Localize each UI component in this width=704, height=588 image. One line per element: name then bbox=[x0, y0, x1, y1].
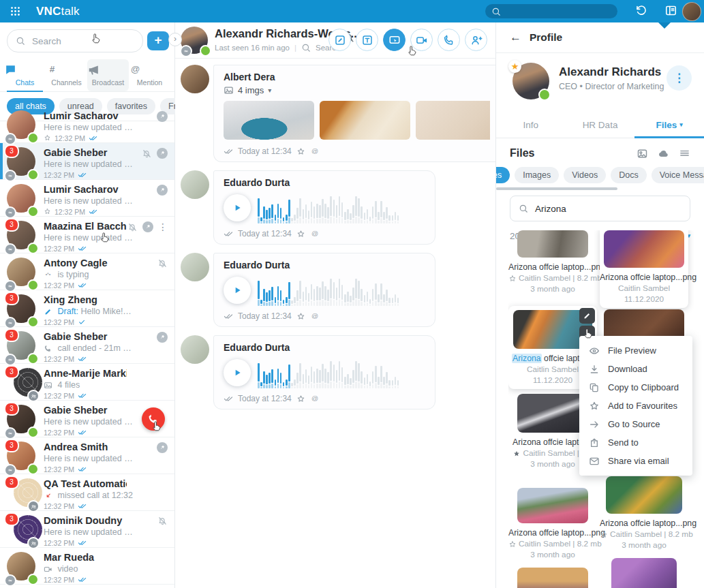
chat-list-item[interactable]: Lumir Sacharov Here is new updated files… bbox=[0, 180, 174, 217]
menu-item-add-to-favourites[interactable]: Add to Favourites bbox=[579, 397, 692, 415]
file-thumbnail[interactable] bbox=[517, 488, 588, 523]
file-chip-docs[interactable]: Docs bbox=[611, 167, 646, 183]
add-user-button[interactable] bbox=[465, 29, 487, 51]
app-grid-icon[interactable] bbox=[10, 5, 21, 17]
star-icon[interactable] bbox=[296, 147, 305, 156]
mention-icon[interactable]: @ bbox=[310, 394, 320, 403]
audio-call-button[interactable] bbox=[438, 29, 460, 51]
screen-share-button[interactable] bbox=[383, 29, 405, 51]
chat-list-item[interactable]: 3 Maazina El Bacchus Here is new updated… bbox=[0, 217, 174, 253]
cloud-icon[interactable] bbox=[658, 148, 669, 159]
user-avatar[interactable] bbox=[682, 2, 701, 21]
tab-broadcast[interactable]: Broadcast bbox=[87, 59, 129, 91]
file-card[interactable]: Arizona offcie laptop...png Caitlin Samb… bbox=[600, 230, 688, 308]
chat-list-item[interactable]: 3 Gabie Sheber Here is new updated files… bbox=[0, 401, 174, 437]
star-icon[interactable] bbox=[600, 531, 608, 539]
back-arrow-icon[interactable]: ← bbox=[510, 31, 521, 44]
file-card[interactable]: Arizona offcie laptop...png Caitlin Samb… bbox=[508, 230, 597, 294]
play-button[interactable] bbox=[224, 277, 251, 304]
chat-list-item[interactable]: 3 Gabie Sheber Here is new updated files… bbox=[0, 143, 174, 180]
sidebar-search-box[interactable] bbox=[7, 29, 143, 52]
global-search-input[interactable] bbox=[485, 4, 617, 18]
avatar[interactable] bbox=[181, 65, 209, 93]
file-card[interactable] bbox=[508, 568, 597, 588]
play-button[interactable] bbox=[224, 194, 251, 221]
mention-icon[interactable]: @ bbox=[310, 311, 320, 321]
conversation-avatar[interactable] bbox=[181, 27, 208, 54]
gallery-icon[interactable] bbox=[637, 148, 648, 159]
history-icon[interactable] bbox=[634, 4, 647, 17]
tab-files[interactable]: Files▾ bbox=[634, 114, 704, 138]
files-search-box[interactable]: Arizona bbox=[510, 196, 690, 221]
menu-item-copy-to-clipboard[interactable]: Copy to Clipboard bbox=[579, 378, 692, 397]
avatar[interactable] bbox=[181, 170, 209, 199]
profile-more-button[interactable]: ⋮ bbox=[667, 65, 692, 91]
star-icon[interactable] bbox=[296, 230, 305, 238]
more-options-icon[interactable]: ⋮ bbox=[158, 221, 168, 232]
file-thumbnail[interactable] bbox=[606, 476, 682, 514]
tab-chats[interactable]: Chats bbox=[4, 59, 46, 91]
star-icon[interactable] bbox=[296, 312, 305, 321]
audio-waveform[interactable] bbox=[258, 275, 399, 306]
tab-label: Mention bbox=[137, 78, 162, 87]
chat-list-item[interactable]: 3 QA Test Automation missed call at 12:3… bbox=[0, 474, 174, 511]
chat-list-item[interactable]: 3 Anne-Marije Markink 4 files 12:32 PM bbox=[0, 364, 174, 401]
tab-info[interactable]: Info bbox=[496, 114, 566, 138]
file-card[interactable]: Arizona offcie laptop...png Caitlin Samb… bbox=[508, 488, 597, 559]
image-thumbnail[interactable] bbox=[224, 101, 314, 140]
avatar[interactable] bbox=[181, 335, 209, 364]
menu-item-send-to[interactable]: Send to bbox=[579, 433, 692, 452]
star-icon[interactable] bbox=[512, 450, 521, 458]
file-chip-files[interactable]: files bbox=[496, 167, 510, 183]
audio-waveform[interactable] bbox=[258, 192, 399, 223]
text-format-button[interactable] bbox=[356, 29, 378, 51]
file-card[interactable] bbox=[600, 558, 688, 588]
chat-time-row: 12:32 PM bbox=[44, 134, 97, 142]
edit-square-button[interactable] bbox=[328, 29, 351, 51]
menu-item-download[interactable]: Download bbox=[579, 360, 692, 378]
play-button[interactable] bbox=[224, 359, 251, 386]
list-view-icon[interactable] bbox=[679, 148, 690, 159]
file-thumbnail[interactable] bbox=[611, 558, 677, 588]
new-chat-button[interactable]: + bbox=[147, 31, 169, 50]
menu-item-go-to-source[interactable]: Go to Source bbox=[579, 415, 692, 433]
mention-icon[interactable]: @ bbox=[310, 229, 320, 238]
chat-list-item[interactable]: 3 Dominik Doudny Here is new updated fil… bbox=[0, 511, 174, 548]
chat-list-item[interactable]: Mar Rueda video 12:32 PM bbox=[0, 548, 174, 585]
tab-hr-data[interactable]: HR Data bbox=[566, 114, 635, 138]
chat-name: Anne-Marije Markink bbox=[44, 368, 127, 379]
image-thumbnail[interactable] bbox=[320, 101, 410, 140]
edit-file-button[interactable] bbox=[579, 308, 595, 324]
chips-scrollbar[interactable] bbox=[496, 187, 617, 190]
file-thumbnail[interactable] bbox=[604, 230, 684, 268]
mention-icon[interactable]: @ bbox=[310, 146, 320, 156]
file-chip-videos[interactable]: Videos bbox=[564, 167, 606, 183]
file-thumbnail[interactable] bbox=[517, 230, 588, 258]
menu-item-share-via-email[interactable]: Share via email bbox=[579, 452, 692, 470]
attachment-summary[interactable]: 4 imgs▾ bbox=[224, 85, 490, 95]
chat-list-item[interactable]: Antony Cagle •*• is typing 12:32 PM bbox=[0, 253, 174, 290]
star-icon[interactable] bbox=[296, 394, 305, 403]
file-thumbnail[interactable] bbox=[517, 568, 588, 588]
chat-list-item[interactable]: 3 Gabie Sheber call ended - 21m 32s 12:3… bbox=[0, 327, 174, 364]
unread-badge: 3 bbox=[4, 439, 19, 452]
file-name: Arizona offcie laptop...png bbox=[600, 519, 688, 528]
menu-item-file-preview[interactable]: File Preview bbox=[579, 341, 692, 360]
file-thumbnail[interactable] bbox=[517, 394, 588, 433]
audio-waveform[interactable] bbox=[258, 357, 399, 388]
star-icon[interactable] bbox=[508, 275, 517, 283]
file-card[interactable]: Arizona offcie laptop...png Caitlin Samb… bbox=[600, 476, 688, 550]
tab-channels[interactable]: # Channels bbox=[46, 59, 87, 91]
star-icon[interactable] bbox=[508, 540, 517, 548]
expand-sidebar-button[interactable]: › bbox=[168, 33, 182, 46]
chat-list-item[interactable]: Lumir Sacharov Here is new updated files… bbox=[0, 106, 174, 143]
avatar[interactable] bbox=[181, 253, 209, 281]
chat-list-item[interactable]: 3 Xing Zheng Draft: Hello Mike! I was pl… bbox=[0, 290, 174, 327]
reading-pane-icon[interactable] bbox=[664, 4, 677, 17]
image-thumbnail[interactable] bbox=[416, 101, 490, 140]
sidebar-search-input[interactable] bbox=[31, 35, 115, 47]
tab-mention[interactable]: @ Mention bbox=[129, 59, 170, 91]
chat-list-item[interactable]: 3 Andrea Smith Here is new updated files… bbox=[0, 437, 174, 474]
file-chip-voice-messages[interactable]: Voice Messages bbox=[652, 167, 704, 183]
file-chip-images[interactable]: Images bbox=[515, 167, 559, 183]
